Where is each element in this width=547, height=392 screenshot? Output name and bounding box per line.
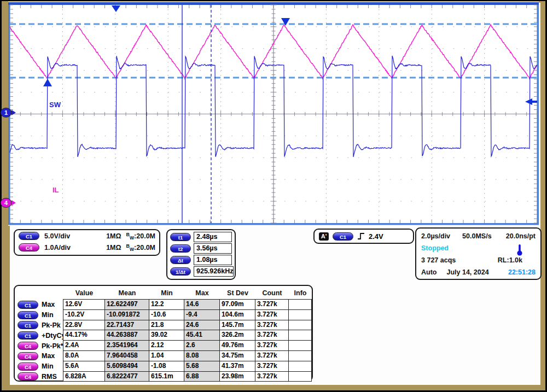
channel-settings-box[interactable]: C1 5.0V/div 1MΩ BW:20.0M C4 1.0A/div 1MΩ… [14, 229, 160, 256]
measurement-cell-max: 2.6 [184, 340, 220, 351]
measurement-row[interactable]: C4Min5.6A5.6098494-1.085.6841.37m3.727k [16, 361, 310, 372]
channel-4-row[interactable]: C4 1.0A/div 1MΩ BW:20.0M [15, 242, 159, 253]
measurement-cell-mean: -10.091872 [104, 309, 149, 320]
measurement-cell-min: -10.6 [149, 309, 184, 320]
acquisition-status: Stopped [421, 244, 449, 252]
channel-4-badge[interactable]: C4 [19, 243, 39, 251]
measurement-cell-info [288, 340, 312, 351]
cursor-badge[interactable]: t2 [170, 244, 191, 253]
measurement-channel-badge[interactable]: C1 [18, 311, 38, 319]
cursor-badge[interactable]: t1 [170, 233, 191, 241]
cursor-value-field[interactable]: 1.08µs [194, 255, 232, 265]
horizontal-scale: 2.0µs/div [421, 232, 450, 240]
measurement-channel-badge[interactable]: C1 [18, 331, 38, 340]
cursor-value-field[interactable]: 2.48µs [194, 232, 232, 242]
measurement-cell-info [288, 309, 312, 320]
measurement-cell-count: 3.727k [255, 361, 289, 372]
cursor-row-2[interactable]: t23.56µs [167, 243, 235, 254]
column-header: Info [289, 287, 312, 300]
measurement-cell-min: 2.12 [149, 340, 184, 351]
channel-4-scale: 1.0A/div [44, 244, 71, 251]
measurement-cell-value: 44.17% [63, 330, 105, 341]
acquisition-count: 3 727 acqs [421, 256, 456, 264]
measurement-channel-badge[interactable]: C1 [18, 321, 38, 329]
measurement-channel-badge[interactable]: C4 [18, 372, 38, 381]
clock-label: 22:51:28 [508, 268, 536, 276]
channel-1-row[interactable]: C1 5.0V/div 1MΩ BW:20.0M [15, 230, 159, 242]
measurement-name: RMS [42, 373, 57, 381]
measurement-cell-info [288, 361, 312, 372]
measurement-channel-badge[interactable]: C4 [18, 362, 38, 371]
measurement-row[interactable]: C1Pk-Pk22.8V22.7143721.824.6145.7m3.727k [16, 320, 310, 331]
channel-1-scale: 5.0V/div [44, 232, 70, 240]
measurement-label: C1Min [16, 310, 63, 320]
measurement-row[interactable]: C4RMS6.828A6.8222477615.1m6.8823.98m3.72… [16, 372, 310, 382]
measurement-label: C4Pk-Pk* [16, 341, 63, 351]
measurement-cell-info [288, 320, 312, 331]
measurement-row[interactable]: C4Pk-Pk*2.4A2.35419642.122.649.76m3.727k [16, 341, 310, 351]
measurement-row[interactable]: C1Min-10.2V-10.091872-10.6-9.4104.6m3.72… [16, 310, 310, 320]
measurement-cell-stdev: 104.6m [219, 309, 255, 320]
measurement-cell-count: 3.727k [255, 330, 289, 341]
measurement-name: Min [42, 311, 54, 319]
measurement-cell-value: 12.6V [63, 299, 105, 310]
sample-rate: 50.0MS/s [462, 232, 492, 240]
trigger-a-badge[interactable]: A' [319, 232, 329, 241]
trigger-source-badge[interactable]: C1 [333, 232, 353, 241]
measurement-name: Pk-Pk* [42, 342, 63, 350]
measurement-cell-value: 2.4A [63, 340, 105, 351]
measurement-cell-max: 14.6 [184, 299, 220, 310]
measurement-cell-info [288, 350, 312, 361]
trigger-box[interactable]: A' C1 2.4V [313, 229, 414, 244]
trigger-level-arrow[interactable] [532, 101, 537, 103]
cursor-value-field[interactable]: 925.926kHz [194, 266, 234, 277]
measurement-channel-badge[interactable]: C4 [18, 342, 38, 350]
measurement-cell-mean: 22.71437 [104, 320, 149, 331]
measurement-cell-mean: 44.263887 [104, 330, 149, 341]
cursor-badge[interactable]: 1/Δt [170, 267, 191, 276]
measurement-cell-info [288, 330, 312, 341]
measurement-label: C4Min [16, 361, 63, 372]
cursor-value-field[interactable]: 3.56µs [194, 243, 232, 254]
measurement-cell-max: -9.4 [184, 309, 220, 320]
ch1-trace-label: SW [49, 101, 61, 109]
measurement-row[interactable]: C1Max12.6V12.62249712.214.697.09m3.727k [16, 300, 310, 310]
measurement-cell-mean: 6.8222477 [104, 371, 149, 382]
measurement-cell-stdev: 145.7m [219, 320, 255, 331]
measurement-name: Pk-Pk [42, 321, 61, 329]
cursor-row-3[interactable]: Δt1.08µs [167, 254, 235, 266]
measurement-channel-badge[interactable]: C4 [18, 352, 38, 360]
cursor-row-4[interactable]: 1/Δt925.926kHz [167, 266, 235, 277]
measurement-cell-min: 1.04 [149, 350, 184, 361]
measurement-channel-badge[interactable]: C1 [18, 301, 38, 309]
measurement-row[interactable]: C1+DtyCyc44.17%44.26388739.0245.41326.2m… [16, 330, 310, 341]
date-label: July 14, 2024 [446, 268, 488, 276]
measurement-cell-count: 3.727k [255, 299, 289, 310]
measurement-cell-value: 8.0A [63, 350, 105, 361]
svg-text:4: 4 [4, 200, 8, 206]
channel-4-bandwidth: BW:20.0M [126, 243, 155, 252]
measurement-cell-value: 22.8V [63, 320, 105, 331]
cursor-badge[interactable]: Δt [170, 256, 191, 264]
measurement-cell-min: 39.02 [149, 330, 184, 341]
measurement-cell-stdev: 97.09m [219, 299, 255, 310]
waveform-display[interactable]: 14SWIL [0, 0, 547, 226]
measurement-cell-stdev: 49.76m [219, 340, 255, 351]
graticule-top-border [8, 2, 539, 5]
temperature-icon [516, 243, 523, 256]
measurement-row[interactable]: C4Max8.0A7.96404581.048.0834.75m3.727k [16, 351, 310, 361]
trigger-level-value: 2.4V [369, 232, 383, 241]
measurement-name: Min [42, 362, 54, 370]
channel-1-badge[interactable]: C1 [19, 232, 39, 240]
measurement-cell-count: 3.727k [255, 350, 289, 361]
channel-4-impedance: 1MΩ [106, 244, 121, 251]
measurement-cell-count: 3.727k [255, 371, 289, 382]
measurement-label: C1Max [16, 300, 63, 310]
horizontal-acquisition-box[interactable]: 2.0µs/div 50.0MS/s 20.0ns/pt Stopped 3 7… [415, 227, 542, 280]
sample-resolution: 20.0ns/pt [506, 232, 536, 240]
cursor-readout-box[interactable]: t12.48µst23.56µsΔt1.08µs1/Δt925.926kHz [166, 229, 236, 280]
column-header: Mean [105, 287, 149, 300]
cursor-row-1[interactable]: t12.48µs [167, 231, 235, 243]
measurement-cell-info [288, 371, 312, 382]
measurement-table[interactable]: ValueMeanMinMaxSt DevCountInfo C1Max12.6… [14, 285, 313, 382]
